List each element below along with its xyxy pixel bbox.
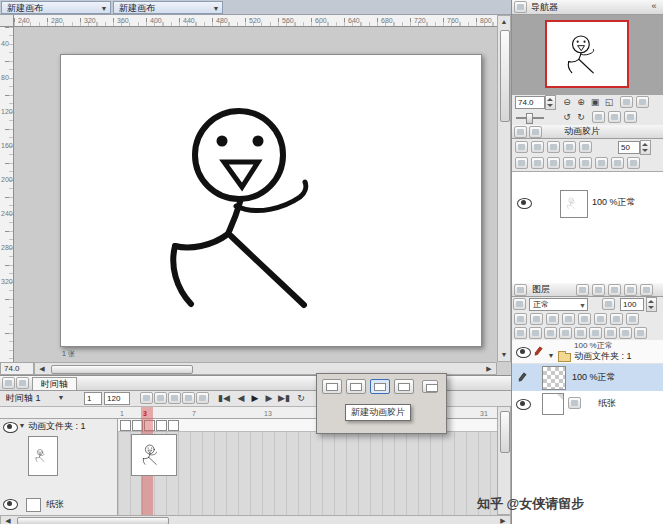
blend-mode-select[interactable]: 正常▼ [529, 298, 588, 311]
animation-folder-track-label[interactable]: 动画文件夹 : 1 [28, 420, 86, 433]
go-to-start-button[interactable]: ▮◀ [216, 392, 232, 404]
next-frame-button[interactable]: ▶ [262, 392, 276, 404]
layer-row-cel-selected[interactable]: 100 %正常 [512, 364, 663, 391]
panel-menu-icon[interactable] [514, 284, 527, 296]
panel-wrench-icon[interactable] [529, 126, 542, 138]
register-cel-icon[interactable] [547, 157, 560, 169]
scroll-left-icon[interactable]: ◀ [35, 363, 49, 375]
apply-mask-icon[interactable] [604, 327, 617, 339]
navigator-title[interactable]: 导航器 [531, 1, 558, 14]
next-cel-icon[interactable] [531, 157, 544, 169]
layer-thumbnail-transparent[interactable] [542, 366, 566, 390]
new-cel-folder-icon[interactable] [531, 141, 544, 153]
opacity-spinner[interactable] [646, 297, 657, 312]
delete-frame-icon[interactable] [154, 392, 167, 404]
transfer-layer-icon[interactable] [559, 327, 572, 339]
flip-vertical-icon[interactable] [624, 111, 637, 123]
eye-icon[interactable] [516, 399, 531, 410]
opacity-field[interactable]: 100 [620, 298, 644, 311]
eye-icon[interactable] [517, 198, 532, 209]
layer-row-animation-folder[interactable]: 100 %正常 ▼ 动画文件夹 : 1 [512, 340, 663, 364]
zoom-value-field[interactable]: 74.0 [515, 96, 545, 109]
tab-subtool-icon[interactable] [608, 284, 621, 296]
duplicate-cel-icon[interactable] [394, 379, 414, 394]
scrollbar-thumb[interactable] [500, 411, 510, 453]
cel-mark[interactable] [156, 420, 167, 431]
new-layer-folder-icon[interactable] [544, 327, 557, 339]
cel-filter-icon[interactable] [595, 157, 608, 169]
cel-settings-icon[interactable] [422, 380, 438, 393]
chevron-down-icon[interactable]: ▼ [97, 3, 111, 15]
panel-menu-icon[interactable] [514, 1, 527, 13]
new-animation-cel-icon[interactable] [515, 141, 528, 153]
zoom-preset-icon[interactable] [636, 96, 649, 108]
tab-timeline[interactable]: 时间轴 [32, 377, 77, 390]
rotate-right-icon[interactable]: ↻ [574, 111, 588, 123]
chevron-down-icon[interactable]: ▼ [54, 392, 68, 404]
cel-thumbnail[interactable] [560, 190, 588, 218]
paper-track-label[interactable]: 纸张 [46, 498, 64, 511]
layer-row-paper[interactable]: 纸张 [512, 391, 663, 416]
new-raster-layer-icon[interactable] [514, 327, 527, 339]
timeline-settings-icon[interactable] [196, 392, 209, 404]
layer-color-icon[interactable] [626, 313, 639, 325]
enable-mask-icon[interactable] [594, 313, 607, 325]
paper-track-thumbnail[interactable] [26, 498, 41, 512]
onion-skin-icon[interactable] [168, 392, 181, 404]
eye-icon[interactable] [3, 499, 18, 510]
chevron-down-icon[interactable]: ▼ [209, 3, 223, 15]
timeline-name[interactable]: 时间轴 1 [6, 392, 41, 405]
lock-alpha-icon[interactable] [578, 313, 591, 325]
cel-list-icon[interactable] [611, 157, 624, 169]
onion-opacity-spinner[interactable] [640, 140, 651, 155]
panel-menu-icon[interactable] [514, 126, 527, 138]
canvas-vertical-scrollbar[interactable]: ▲ ▼ [497, 15, 511, 362]
drawing-canvas[interactable] [60, 54, 482, 347]
tab-material-icon[interactable] [640, 284, 653, 296]
paper-layer-thumbnail[interactable] [542, 393, 564, 415]
flip-horizontal-icon[interactable] [608, 111, 621, 123]
animation-cels-title[interactable]: 动画胶片 [564, 125, 600, 138]
scrollbar-thumb[interactable] [51, 365, 193, 374]
delete-cel-icon[interactable] [547, 141, 560, 153]
new-vector-layer-icon[interactable] [529, 327, 542, 339]
draft-layer-icon[interactable] [546, 313, 559, 325]
end-frame-field[interactable]: 120 [104, 392, 130, 405]
cel-list-item[interactable]: 100 %正常 [512, 188, 663, 218]
tab-layer-search-icon[interactable] [592, 284, 605, 296]
onion-skin-icon[interactable] [563, 141, 576, 153]
scrollbar-thumb[interactable] [500, 30, 510, 122]
new-cel-icon[interactable] [322, 379, 342, 394]
document-tab-1[interactable]: 新建画布 ▼ [1, 1, 111, 14]
collapse-panel-icon[interactable]: « [647, 0, 661, 12]
document-tab-2[interactable]: 新建画布 ▼ [113, 1, 223, 14]
cel-mark[interactable] [120, 420, 131, 431]
enable-keyframes-icon[interactable] [182, 392, 195, 404]
zoom-in-icon[interactable]: ⊕ [574, 96, 588, 108]
fit-window-icon[interactable] [620, 96, 633, 108]
delete-layer-icon[interactable] [619, 327, 632, 339]
prev-cel-icon[interactable] [515, 157, 528, 169]
clip-to-layer-icon[interactable] [514, 313, 527, 325]
fit-to-screen-icon[interactable]: ▣ [588, 96, 602, 108]
navigator-view-frame[interactable] [545, 20, 629, 88]
blend-mode-icon[interactable] [513, 298, 526, 310]
scroll-right-icon[interactable]: ▶ [496, 515, 510, 524]
layer-extra-icon[interactable] [634, 327, 647, 339]
scrollbar-thumb[interactable] [17, 517, 169, 524]
rotate-left-icon[interactable]: ↺ [560, 111, 574, 123]
cel-color-icon[interactable] [579, 157, 592, 169]
timeline-cel-thumbnail[interactable] [131, 434, 177, 476]
paper-settings-icon[interactable] [568, 397, 581, 409]
start-frame-field[interactable]: 1 [84, 392, 102, 405]
scroll-up-icon[interactable]: ▲ [497, 16, 511, 28]
tab-history-icon[interactable] [624, 284, 637, 296]
light-table-icon[interactable] [579, 141, 592, 153]
zoom-spinner[interactable] [545, 95, 556, 110]
replace-cel-icon[interactable] [563, 157, 576, 169]
opacity-icon[interactable] [602, 298, 615, 310]
layer-name[interactable]: 动画文件夹 : 1 [574, 350, 632, 363]
expand-folder-icon[interactable]: ▼ [544, 350, 558, 362]
tab-layer-property-icon[interactable] [576, 284, 589, 296]
scroll-left-icon[interactable]: ◀ [1, 515, 15, 524]
